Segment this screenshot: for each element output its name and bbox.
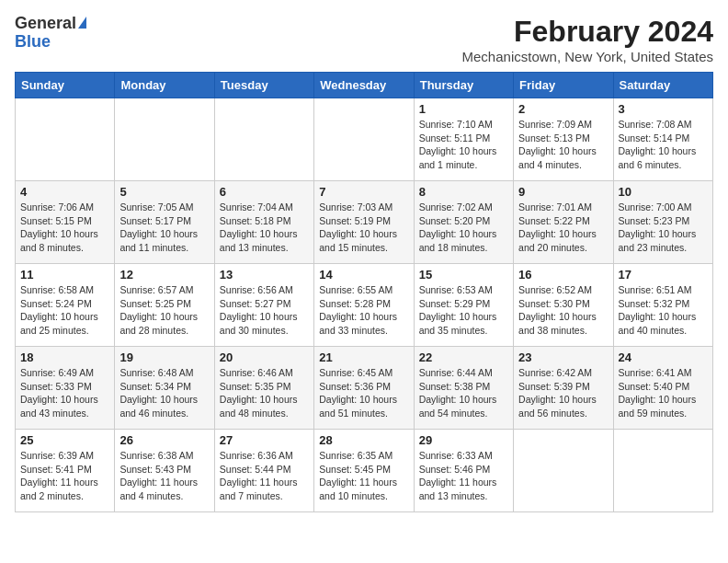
weekday-header-sunday: Sunday [16, 73, 115, 98]
day-info: Sunrise: 7:01 AMSunset: 5:22 PMDaylight:… [518, 201, 608, 255]
day-info: Sunrise: 7:02 AMSunset: 5:20 PMDaylight:… [419, 201, 508, 255]
calendar-cell: 10Sunrise: 7:00 AMSunset: 5:23 PMDayligh… [613, 181, 712, 264]
calendar-cell: 9Sunrise: 7:01 AMSunset: 5:22 PMDaylight… [514, 181, 613, 264]
week-row-2: 4Sunrise: 7:06 AMSunset: 5:15 PMDaylight… [16, 181, 713, 264]
weekday-header-friday: Friday [514, 73, 613, 98]
weekday-header-tuesday: Tuesday [214, 73, 313, 98]
calendar-cell: 1Sunrise: 7:10 AMSunset: 5:11 PMDaylight… [414, 98, 513, 181]
day-number: 20 [220, 350, 309, 364]
day-number: 4 [20, 185, 109, 199]
day-info: Sunrise: 6:46 AMSunset: 5:35 PMDaylight:… [220, 366, 309, 420]
day-number: 1 [419, 102, 508, 116]
calendar-cell: 25Sunrise: 6:39 AMSunset: 5:41 PMDayligh… [16, 430, 115, 512]
calendar-cell: 11Sunrise: 6:58 AMSunset: 5:24 PMDayligh… [16, 264, 115, 347]
day-info: Sunrise: 6:36 AMSunset: 5:44 PMDaylight:… [220, 449, 309, 503]
week-row-3: 11Sunrise: 6:58 AMSunset: 5:24 PMDayligh… [16, 264, 713, 347]
day-number: 10 [619, 185, 708, 199]
page-header: General Blue February 2024 Mechanicstown… [15, 15, 713, 64]
calendar-cell [613, 430, 712, 512]
day-number: 24 [619, 350, 708, 364]
day-number: 11 [20, 268, 109, 282]
day-info: Sunrise: 6:42 AMSunset: 5:39 PMDaylight:… [518, 366, 608, 420]
calendar-cell: 5Sunrise: 7:05 AMSunset: 5:17 PMDaylight… [115, 181, 214, 264]
week-row-1: 1Sunrise: 7:10 AMSunset: 5:11 PMDaylight… [16, 98, 713, 181]
day-info: Sunrise: 6:45 AMSunset: 5:36 PMDaylight:… [319, 366, 408, 420]
day-info: Sunrise: 6:57 AMSunset: 5:25 PMDaylight:… [119, 283, 209, 338]
day-number: 9 [518, 185, 608, 199]
day-number: 28 [319, 433, 408, 447]
day-number: 17 [619, 268, 708, 282]
location-subtitle: Mechanicstown, New York, United States [462, 49, 713, 64]
calendar-cell: 20Sunrise: 6:46 AMSunset: 5:35 PMDayligh… [214, 347, 313, 430]
calendar-cell: 16Sunrise: 6:52 AMSunset: 5:30 PMDayligh… [514, 264, 613, 347]
day-number: 14 [319, 268, 408, 282]
main-title: February 2024 [462, 15, 713, 49]
week-row-4: 18Sunrise: 6:49 AMSunset: 5:33 PMDayligh… [16, 347, 713, 430]
day-info: Sunrise: 6:39 AMSunset: 5:41 PMDaylight:… [20, 449, 109, 503]
day-info: Sunrise: 6:51 AMSunset: 5:32 PMDaylight:… [619, 283, 708, 338]
day-info: Sunrise: 7:09 AMSunset: 5:13 PMDaylight:… [518, 118, 608, 172]
day-number: 5 [119, 185, 209, 199]
day-number: 27 [220, 433, 309, 447]
calendar-cell: 2Sunrise: 7:09 AMSunset: 5:13 PMDaylight… [514, 98, 613, 181]
calendar-cell: 23Sunrise: 6:42 AMSunset: 5:39 PMDayligh… [514, 347, 613, 430]
calendar-cell: 13Sunrise: 6:56 AMSunset: 5:27 PMDayligh… [214, 264, 313, 347]
calendar-cell: 12Sunrise: 6:57 AMSunset: 5:25 PMDayligh… [115, 264, 214, 347]
day-number: 12 [119, 268, 209, 282]
logo: General Blue [15, 15, 86, 52]
day-info: Sunrise: 7:03 AMSunset: 5:19 PMDaylight:… [319, 201, 408, 255]
day-number: 21 [319, 350, 408, 364]
day-number: 15 [419, 268, 508, 282]
day-info: Sunrise: 7:10 AMSunset: 5:11 PMDaylight:… [419, 118, 508, 172]
day-info: Sunrise: 7:06 AMSunset: 5:15 PMDaylight:… [20, 201, 109, 255]
calendar-cell: 8Sunrise: 7:02 AMSunset: 5:20 PMDaylight… [414, 181, 513, 264]
weekday-header-thursday: Thursday [414, 73, 513, 98]
day-info: Sunrise: 6:58 AMSunset: 5:24 PMDaylight:… [20, 283, 109, 338]
calendar-cell [16, 98, 115, 181]
calendar-cell: 27Sunrise: 6:36 AMSunset: 5:44 PMDayligh… [214, 430, 313, 512]
logo-blue-text: Blue [15, 33, 51, 52]
calendar-cell: 4Sunrise: 7:06 AMSunset: 5:15 PMDaylight… [16, 181, 115, 264]
calendar-cell [214, 98, 313, 181]
calendar-cell: 7Sunrise: 7:03 AMSunset: 5:19 PMDaylight… [314, 181, 414, 264]
day-info: Sunrise: 6:49 AMSunset: 5:33 PMDaylight:… [20, 366, 109, 420]
calendar-cell: 21Sunrise: 6:45 AMSunset: 5:36 PMDayligh… [314, 347, 414, 430]
day-number: 18 [20, 350, 109, 364]
day-info: Sunrise: 6:48 AMSunset: 5:34 PMDaylight:… [119, 366, 209, 420]
day-number: 16 [518, 268, 608, 282]
day-info: Sunrise: 6:53 AMSunset: 5:29 PMDaylight:… [419, 283, 508, 338]
day-info: Sunrise: 6:56 AMSunset: 5:27 PMDaylight:… [220, 283, 309, 338]
day-number: 13 [220, 268, 309, 282]
calendar-cell: 17Sunrise: 6:51 AMSunset: 5:32 PMDayligh… [613, 264, 712, 347]
title-area: February 2024 Mechanicstown, New York, U… [462, 15, 713, 64]
day-info: Sunrise: 6:52 AMSunset: 5:30 PMDaylight:… [518, 283, 608, 338]
calendar-cell: 3Sunrise: 7:08 AMSunset: 5:14 PMDaylight… [613, 98, 712, 181]
day-number: 25 [20, 433, 109, 447]
calendar-cell: 18Sunrise: 6:49 AMSunset: 5:33 PMDayligh… [16, 347, 115, 430]
weekday-header-monday: Monday [115, 73, 214, 98]
calendar-cell [314, 98, 414, 181]
day-info: Sunrise: 7:05 AMSunset: 5:17 PMDaylight:… [119, 201, 209, 255]
day-number: 6 [220, 185, 309, 199]
calendar-cell: 22Sunrise: 6:44 AMSunset: 5:38 PMDayligh… [414, 347, 513, 430]
day-info: Sunrise: 6:33 AMSunset: 5:46 PMDaylight:… [419, 449, 508, 503]
week-row-5: 25Sunrise: 6:39 AMSunset: 5:41 PMDayligh… [16, 430, 713, 512]
day-number: 26 [119, 433, 209, 447]
calendar-cell: 14Sunrise: 6:55 AMSunset: 5:28 PMDayligh… [314, 264, 414, 347]
weekday-header-wednesday: Wednesday [314, 73, 414, 98]
day-number: 22 [419, 350, 508, 364]
day-number: 8 [419, 185, 508, 199]
day-number: 29 [419, 433, 508, 447]
day-number: 23 [518, 350, 608, 364]
day-info: Sunrise: 6:41 AMSunset: 5:40 PMDaylight:… [619, 366, 708, 420]
calendar-cell: 15Sunrise: 6:53 AMSunset: 5:29 PMDayligh… [414, 264, 513, 347]
calendar-table: SundayMondayTuesdayWednesdayThursdayFrid… [15, 72, 713, 512]
day-info: Sunrise: 6:35 AMSunset: 5:45 PMDaylight:… [319, 449, 408, 503]
weekday-header-row: SundayMondayTuesdayWednesdayThursdayFrid… [16, 73, 713, 98]
calendar-cell: 24Sunrise: 6:41 AMSunset: 5:40 PMDayligh… [613, 347, 712, 430]
calendar-cell: 6Sunrise: 7:04 AMSunset: 5:18 PMDaylight… [214, 181, 313, 264]
calendar-cell: 28Sunrise: 6:35 AMSunset: 5:45 PMDayligh… [314, 430, 414, 512]
day-info: Sunrise: 6:44 AMSunset: 5:38 PMDaylight:… [419, 366, 508, 420]
logo-general-text: General [15, 15, 86, 33]
calendar-cell: 19Sunrise: 6:48 AMSunset: 5:34 PMDayligh… [115, 347, 214, 430]
